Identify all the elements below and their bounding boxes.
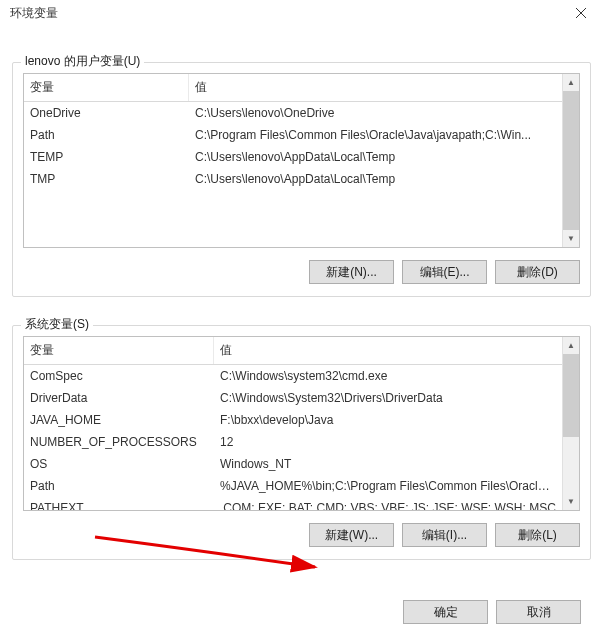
- table-row[interactable]: NUMBER_OF_PROCESSORS12: [24, 431, 562, 453]
- user-vars-group: lenovo 的用户变量(U) 变量 值 OneDriveC:\Users\le…: [12, 62, 591, 297]
- ok-button[interactable]: 确定: [403, 600, 488, 624]
- system-vars-table: 变量 值 ComSpecC:\Windows\system32\cmd.exe …: [23, 336, 580, 511]
- user-vars-label: lenovo 的用户变量(U): [21, 53, 144, 70]
- scroll-down-icon[interactable]: ▼: [563, 493, 579, 510]
- col-header-value[interactable]: 值: [189, 74, 562, 101]
- table-row[interactable]: ComSpecC:\Windows\system32\cmd.exe: [24, 365, 562, 387]
- user-delete-button[interactable]: 删除(D): [495, 260, 580, 284]
- scroll-down-icon[interactable]: ▼: [563, 230, 579, 247]
- system-new-button[interactable]: 新建(W)...: [309, 523, 394, 547]
- table-row[interactable]: PATHEXT.COM;.EXE;.BAT;.CMD;.VBS;.VBE;.JS…: [24, 497, 562, 510]
- table-row[interactable]: DriverDataC:\Windows\System32\Drivers\Dr…: [24, 387, 562, 409]
- user-vars-scrollbar[interactable]: ▲ ▼: [562, 74, 579, 247]
- table-row[interactable]: Path%JAVA_HOME%\bin;C:\Program Files\Com…: [24, 475, 562, 497]
- close-icon: [576, 8, 586, 18]
- system-vars-header: 变量 值: [24, 337, 562, 365]
- system-vars-group: 系统变量(S) 变量 值 ComSpecC:\Windows\system32\…: [12, 325, 591, 560]
- user-new-button[interactable]: 新建(N)...: [309, 260, 394, 284]
- table-row[interactable]: JAVA_HOMEF:\bbxx\develop\Java: [24, 409, 562, 431]
- table-row[interactable]: TEMPC:\Users\lenovo\AppData\Local\Temp: [24, 146, 562, 168]
- scroll-thumb[interactable]: [563, 91, 579, 230]
- user-vars-header: 变量 值: [24, 74, 562, 102]
- scroll-up-icon[interactable]: ▲: [563, 74, 579, 91]
- window-title: 环境变量: [10, 5, 58, 22]
- titlebar: 环境变量: [0, 0, 603, 26]
- user-edit-button[interactable]: 编辑(E)...: [402, 260, 487, 284]
- col-header-name[interactable]: 变量: [24, 337, 214, 364]
- close-button[interactable]: [559, 1, 603, 25]
- scroll-up-icon[interactable]: ▲: [563, 337, 579, 354]
- table-row[interactable]: OneDriveC:\Users\lenovo\OneDrive: [24, 102, 562, 124]
- system-delete-button[interactable]: 删除(L): [495, 523, 580, 547]
- col-header-value[interactable]: 值: [214, 337, 562, 364]
- system-edit-button[interactable]: 编辑(I)...: [402, 523, 487, 547]
- table-row[interactable]: PathC:\Program Files\Common Files\Oracle…: [24, 124, 562, 146]
- table-row[interactable]: OSWindows_NT: [24, 453, 562, 475]
- system-vars-label: 系统变量(S): [21, 316, 93, 333]
- col-header-name[interactable]: 变量: [24, 74, 189, 101]
- cancel-button[interactable]: 取消: [496, 600, 581, 624]
- user-vars-table: 变量 值 OneDriveC:\Users\lenovo\OneDrive Pa…: [23, 73, 580, 248]
- scroll-thumb[interactable]: [563, 354, 579, 437]
- table-row[interactable]: TMPC:\Users\lenovo\AppData\Local\Temp: [24, 168, 562, 190]
- system-vars-scrollbar[interactable]: ▲ ▼: [562, 337, 579, 510]
